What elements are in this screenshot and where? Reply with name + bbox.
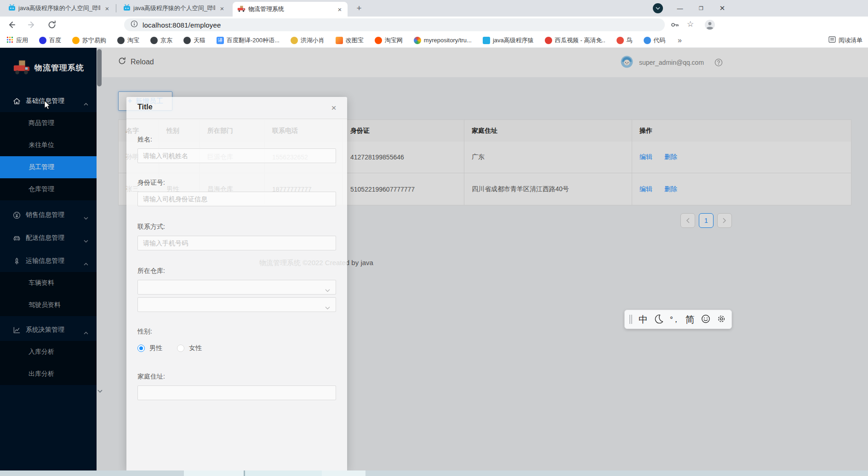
reading-list-button[interactable]: 阅读清单 [828, 36, 862, 45]
bookmark-item[interactable]: 天猫 [183, 36, 206, 45]
forward-icon[interactable] [27, 20, 37, 30]
bookmark-item[interactable]: 淘宝网 [375, 36, 403, 45]
bookmark-label: 西瓜视频 - 高清免.. [555, 36, 605, 45]
honghu-icon [291, 37, 298, 44]
bookmark-item[interactable]: 百度 [39, 36, 61, 45]
taskbar-segment [245, 470, 322, 476]
phone-input[interactable] [137, 236, 336, 250]
bookmark-label: java高级程序猿 [493, 36, 534, 45]
name-input[interactable] [137, 148, 336, 163]
tab-divider [116, 4, 116, 12]
warehouse-select-2[interactable] [137, 297, 336, 312]
ime-chinese-mode[interactable]: 中 [639, 315, 648, 324]
chrome-profile-avatar[interactable] [704, 19, 715, 32]
smiley-icon[interactable] [701, 314, 710, 325]
bookmark-item[interactable]: 淘宝 [117, 36, 139, 45]
warehouse-select-1[interactable] [137, 280, 336, 295]
name-field-label: 姓名: [137, 136, 152, 144]
browser-tab-active[interactable]: 物流管理系统 × [233, 2, 348, 17]
back-icon[interactable] [6, 20, 17, 30]
suning-icon [72, 37, 80, 44]
media-control-button[interactable] [653, 3, 663, 13]
ime-punctuation-mode[interactable]: °， [670, 316, 679, 323]
radio-male-selected[interactable] [137, 345, 145, 352]
bookmark-label: 代码 [654, 36, 666, 45]
tab-close-icon[interactable]: × [336, 6, 344, 13]
gaitubao-icon [336, 37, 343, 44]
browser-reload-icon[interactable] [47, 20, 57, 30]
modal-close-icon[interactable]: × [328, 102, 340, 114]
bookmark-item[interactable]: 改图宝 [336, 36, 364, 45]
bookmarks-list: 应用 百度 苏宁易购 淘宝 京东 天猫 译百度翻译-200种语... 洪湖小肖 … [6, 36, 673, 45]
radio-male-label[interactable]: 男性 [149, 344, 162, 352]
window-maximize-button[interactable]: ❐ [691, 0, 711, 17]
bookmark-item[interactable]: 洪湖小肖 [291, 36, 325, 45]
ime-simplified-mode[interactable]: 简 [685, 315, 695, 324]
window-close-button[interactable]: ✕ [713, 0, 732, 17]
bilibili-icon [8, 4, 16, 13]
bookmark-label: 京东 [160, 36, 172, 45]
taskbar-segment [322, 470, 365, 476]
modal-header: Title × [126, 97, 347, 119]
bookmark-item[interactable]: 京东 [150, 36, 172, 45]
bookmark-label: 苏宁易购 [82, 36, 106, 45]
tab-close-icon[interactable]: × [103, 5, 111, 12]
ime-drag-handle[interactable] [629, 315, 632, 324]
warehouse-field-label: 所在仓库: [137, 267, 165, 275]
bookmark-item[interactable]: myrepository/tru... [414, 37, 472, 44]
app-window: 物流管理系统 基础信息管理 商品管理 来往单位 员工管理 仓库管理 销售信息管理… [0, 48, 868, 470]
radio-female-label[interactable]: 女性 [189, 344, 202, 352]
bilibili-icon [123, 4, 131, 13]
bookmark-item[interactable]: 鸟 [617, 36, 633, 45]
gear-icon[interactable] [717, 314, 726, 325]
moon-icon[interactable] [654, 314, 663, 325]
taobao-icon [117, 37, 125, 44]
url-bar[interactable]: localhost:8081/employee [124, 18, 665, 31]
browser-addressbar: localhost:8081/employee ☆ [0, 17, 868, 33]
radio-female[interactable] [177, 345, 184, 352]
browser-tab-2[interactable]: java高级程序猿的个人空间_哔哩 × [119, 0, 230, 17]
bookmark-star-icon[interactable]: ☆ [687, 19, 694, 29]
phone-field-label: 联系方式: [137, 223, 165, 231]
tab-title: java高级程序猿的个人空间_哔哩 [133, 4, 215, 12]
bookmark-item[interactable]: 西瓜视频 - 高清免.. [545, 36, 605, 45]
password-key-icon[interactable] [670, 20, 680, 31]
reading-list-icon [828, 36, 836, 45]
bookmark-label: 洪湖小肖 [301, 36, 325, 45]
bookmark-item[interactable]: java高级程序猿 [483, 36, 534, 45]
idcard-input[interactable] [137, 192, 336, 206]
code-icon [644, 37, 651, 44]
bookmark-label: myrepository/tru... [424, 37, 472, 44]
bookmark-item[interactable]: 译百度翻译-200种语... [217, 36, 280, 45]
modal-title: Title [137, 103, 153, 111]
windows-taskbar-edge [0, 470, 868, 476]
bookmark-label: 百度翻译-200种语... [227, 36, 280, 45]
bookmark-item[interactable]: 代码 [644, 36, 666, 45]
screen: java高级程序猿的个人空间_哔哩 × java高级程序猿的个人空间_哔哩 × … [0, 0, 868, 476]
address-input[interactable] [137, 385, 336, 400]
bookmark-label: 淘宝网 [385, 36, 403, 45]
browser-tabstrip: java高级程序猿的个人空间_哔哩 × java高级程序猿的个人空间_哔哩 × … [0, 0, 868, 17]
window-minimize-button[interactable]: — [670, 0, 690, 17]
bookmark-label: 天猫 [194, 36, 206, 45]
tab-title: 物流管理系统 [248, 5, 333, 13]
bookmarks-overflow-chevron[interactable]: » [678, 36, 682, 45]
bookmark-label: 改图宝 [346, 36, 364, 45]
site-info-icon[interactable] [131, 20, 138, 29]
new-tab-button[interactable]: + [353, 3, 365, 13]
ime-toolbar: 中 °， 简 [624, 310, 732, 329]
tab-title: java高级程序猿的个人空间_哔哩 [18, 4, 100, 12]
browser-tab-1[interactable]: java高级程序猿的个人空间_哔哩 × [4, 0, 115, 17]
bilibili-icon [483, 37, 490, 44]
bookmark-label: 鸟 [627, 36, 633, 45]
bookmark-apps[interactable]: 应用 [6, 36, 28, 45]
bird-icon [617, 37, 624, 44]
gender-radio-group: 男性 女性 [137, 344, 212, 352]
bookmark-item[interactable]: 苏宁易购 [72, 36, 106, 45]
bookmarks-bar: 应用 百度 苏宁易购 淘宝 京东 天猫 译百度翻译-200种语... 洪湖小肖 … [0, 33, 868, 48]
baidu-icon [39, 37, 46, 44]
tab-close-icon[interactable]: × [218, 5, 226, 12]
baidu-translate-icon: 译 [217, 37, 224, 44]
gender-field-label: 性别: [137, 328, 152, 336]
apps-grid-icon [6, 36, 13, 45]
